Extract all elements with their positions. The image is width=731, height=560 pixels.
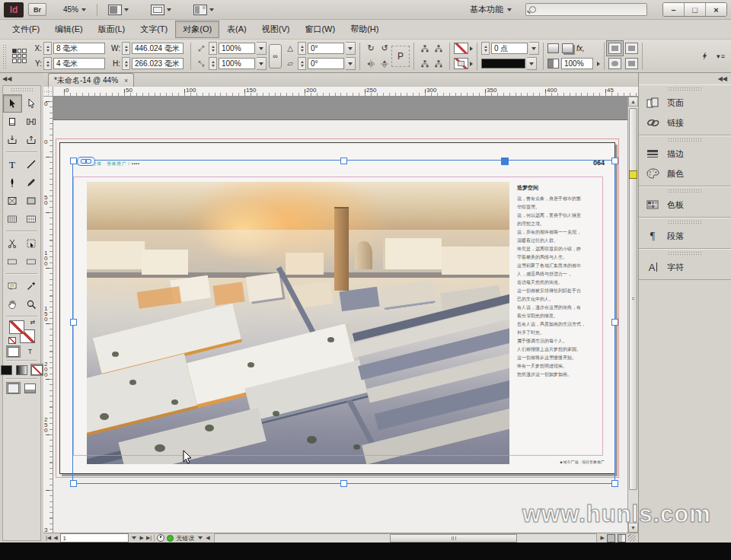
flyout-arrow-icon[interactable] bbox=[470, 46, 473, 51]
stroke-type-swatch[interactable] bbox=[481, 59, 525, 68]
corner-options-icon[interactable] bbox=[547, 43, 559, 53]
panel-group-grip[interactable] bbox=[668, 220, 702, 224]
stroke-swatch-none[interactable] bbox=[454, 58, 468, 69]
menu-item-9[interactable]: 帮助(H) bbox=[343, 21, 386, 38]
resize-grip[interactable] bbox=[628, 534, 636, 542]
formatting-affects-container-button[interactable] bbox=[6, 345, 21, 358]
menu-item-6[interactable]: 表(A) bbox=[219, 21, 254, 38]
pencil-tool[interactable] bbox=[22, 173, 41, 192]
selection-handle-bottom-left[interactable] bbox=[70, 480, 77, 487]
width-stepper[interactable] bbox=[122, 42, 130, 55]
first-page-button[interactable]: |◀ bbox=[46, 535, 51, 541]
quick-apply-button[interactable] bbox=[697, 50, 711, 62]
menu-item-5[interactable]: 对象(O) bbox=[175, 21, 219, 38]
rotation-dropdown[interactable] bbox=[346, 42, 356, 55]
constrain-proportions-link-icon[interactable]: ∞ bbox=[269, 44, 282, 68]
canvas[interactable]: 城市综合体 · 形象推广 / ▪▪▪▪ 064 bbox=[53, 97, 638, 533]
rectangle-tool[interactable] bbox=[22, 192, 41, 210]
stroke-type-dropdown[interactable] bbox=[527, 57, 537, 70]
horizontal-grid-tool[interactable] bbox=[3, 210, 22, 228]
select-next-object-button[interactable] bbox=[432, 43, 445, 54]
effects-menu-button[interactable]: fx, bbox=[576, 44, 585, 52]
selection-handle-bottom-right[interactable] bbox=[611, 480, 618, 487]
stroke-weight-stepper[interactable] bbox=[481, 42, 490, 55]
frame-tool[interactable] bbox=[3, 192, 22, 210]
scale-y-stepper[interactable] bbox=[209, 57, 217, 70]
collapse-tools-button[interactable]: ◀◀ bbox=[0, 73, 43, 84]
scale-x-dropdown[interactable] bbox=[257, 42, 267, 55]
wrap-object-shape-button[interactable] bbox=[608, 58, 621, 69]
search-input[interactable] bbox=[525, 3, 647, 16]
horizontal-ruler[interactable]: 05010015020025030035040045 bbox=[53, 87, 638, 97]
select-previous-object-button[interactable] bbox=[418, 43, 432, 54]
rotation-input[interactable]: 0° bbox=[308, 43, 344, 54]
fill-swatch-none[interactable] bbox=[454, 43, 468, 54]
link-badge-icon[interactable] bbox=[77, 157, 95, 166]
preview-mode-button[interactable] bbox=[23, 382, 37, 394]
apply-color-button[interactable] bbox=[0, 364, 13, 376]
rotation-stepper[interactable] bbox=[298, 42, 306, 55]
panel-group-grip[interactable] bbox=[668, 138, 702, 142]
scale-y-input[interactable]: 100% bbox=[219, 58, 255, 69]
panel-button-色板[interactable]: 色板 bbox=[639, 195, 731, 215]
workspace-switcher[interactable]: 基本功能 bbox=[470, 4, 512, 15]
close-button[interactable]: × bbox=[706, 3, 726, 16]
scale-y-dropdown[interactable] bbox=[257, 57, 267, 70]
vertical-scrollbar[interactable]: ▲ ▼ bbox=[627, 97, 638, 533]
flyout-arrow-icon[interactable] bbox=[597, 62, 600, 66]
y-input[interactable]: 4 毫米 bbox=[53, 58, 105, 69]
direct-selection-tool[interactable] bbox=[22, 94, 41, 113]
pen-tool[interactable] bbox=[3, 173, 22, 192]
single-page-view-icon[interactable] bbox=[607, 534, 615, 542]
menu-item-7[interactable]: 视图(V) bbox=[254, 21, 298, 38]
panel-grip[interactable] bbox=[2, 44, 7, 68]
menu-item-4[interactable]: 文字(T) bbox=[132, 21, 175, 38]
selection-handle-solid[interactable] bbox=[501, 158, 509, 165]
selection-handle-middle-left[interactable] bbox=[70, 319, 77, 326]
wrap-bounding-box-button[interactable] bbox=[625, 43, 638, 54]
ruler-origin-box[interactable] bbox=[43, 87, 53, 97]
apply-gradient-button[interactable] bbox=[15, 364, 28, 376]
horizontal-scroll-thumb[interactable] bbox=[390, 534, 517, 542]
live-corner-yellow-handle[interactable] bbox=[629, 170, 637, 179]
menu-item-1[interactable]: 文件(F) bbox=[5, 21, 47, 38]
type-tool[interactable] bbox=[3, 155, 22, 173]
select-content-button[interactable] bbox=[418, 58, 432, 69]
minimize-button[interactable]: – bbox=[663, 3, 685, 16]
bridge-button[interactable]: Br bbox=[28, 3, 46, 16]
reference-point-proxy[interactable] bbox=[12, 49, 27, 63]
scissors-tool[interactable] bbox=[3, 234, 22, 253]
screen-mode-dropdown[interactable] bbox=[151, 5, 171, 15]
panel-group-grip[interactable] bbox=[668, 189, 702, 193]
gradient-swatch-tool[interactable] bbox=[3, 253, 22, 271]
flip-horizontal-button[interactable] bbox=[364, 58, 378, 69]
next-page-button[interactable]: ▶ bbox=[140, 535, 144, 541]
height-stepper[interactable] bbox=[122, 57, 130, 70]
selection-handle-bottom-center[interactable] bbox=[340, 480, 347, 487]
x-input[interactable]: 8 毫米 bbox=[53, 43, 105, 54]
splitter-left-arrow[interactable]: ◀ bbox=[206, 535, 209, 541]
panel-button-描边[interactable]: 描边 bbox=[639, 144, 731, 164]
expand-panels-button[interactable]: ◀◀ bbox=[639, 73, 731, 84]
width-input[interactable]: 446.024 毫米 bbox=[132, 43, 184, 54]
selection-tool[interactable] bbox=[3, 94, 22, 113]
document-page[interactable]: 城市综合体 · 形象推广 / ▪▪▪▪ 064 bbox=[59, 142, 615, 474]
rotate-ccw-button[interactable]: ↺ bbox=[378, 43, 391, 54]
selection-handle-middle-right[interactable] bbox=[611, 319, 618, 326]
panel-group-grip[interactable] bbox=[668, 87, 702, 91]
view-options-dropdown[interactable] bbox=[108, 5, 129, 15]
tab-close-icon[interactable]: × bbox=[124, 77, 128, 84]
panel-button-页面[interactable]: 页面 bbox=[639, 93, 731, 113]
arrange-documents-dropdown[interactable] bbox=[193, 5, 214, 15]
preflight-menu-dropdown[interactable] bbox=[196, 534, 203, 542]
scroll-up-arrow[interactable]: ▲ bbox=[628, 97, 638, 107]
apply-none-button[interactable] bbox=[30, 364, 43, 376]
preflight-status-text[interactable]: 无错误 bbox=[176, 534, 194, 542]
eyedropper-tool[interactable] bbox=[22, 277, 41, 295]
vertical-ruler[interactable]: 005 01 0 01 5 02 0 02 5 03 0 0 bbox=[43, 97, 53, 533]
opacity-input[interactable]: 100% bbox=[561, 58, 593, 69]
tools-grip[interactable] bbox=[11, 88, 33, 93]
default-fill-stroke-icon[interactable] bbox=[8, 337, 16, 344]
selection-handle-top-right[interactable] bbox=[611, 158, 618, 164]
flyout-arrow-icon[interactable] bbox=[470, 62, 473, 66]
